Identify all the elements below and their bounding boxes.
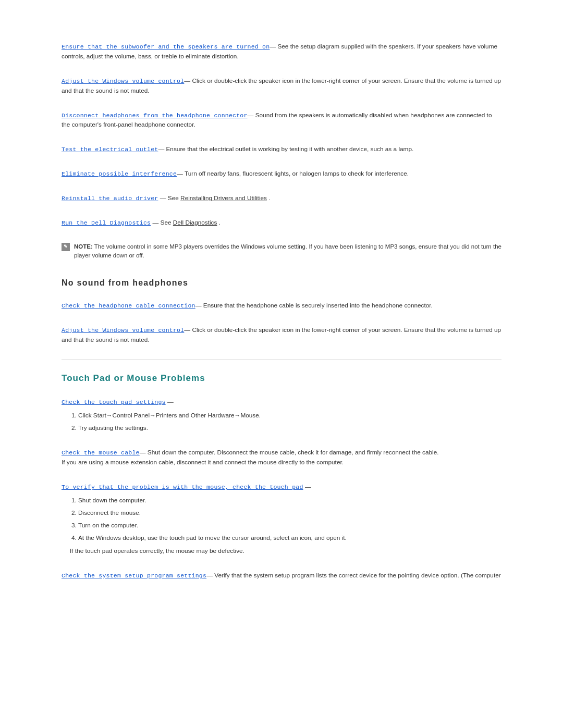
section-divider [62, 360, 501, 360]
link-reinstalling-drivers[interactable]: Reinstalling Drivers and Utilities [180, 194, 267, 202]
link-check-touchpad-settings[interactable]: Check the touch pad settings [62, 399, 166, 405]
entry-text-test-electrical-outlet: — Ensure that the electrical outlet is w… [158, 145, 413, 153]
entry-eliminate-interference: Eliminate possible interference— Turn of… [62, 169, 501, 179]
headphones-section: No sound from headphones Check the headp… [62, 277, 501, 345]
note-mp3-volume: ✎ NOTE: The volume control in some MP3 p… [62, 242, 501, 261]
entry-text-dell-prefix: — See [153, 219, 173, 226]
verify-list-item-1: Shut down the computer. [78, 495, 501, 505]
entry-text-mouse-cable-extra: If you are using a mouse extension cable… [62, 459, 344, 466]
list-item-1: Click Start→Control Panel→Printers and O… [78, 410, 501, 421]
entry-check-touchpad-settings: Check the touch pad settings — Click Sta… [62, 397, 501, 433]
entry-check-mouse-cable: Check the mouse cable— Shut down the com… [62, 448, 501, 467]
link-disconnect-headphones[interactable]: Disconnect headphones from the headphone… [62, 112, 248, 119]
touchpad-section-heading: Touch Pad or Mouse Problems [62, 372, 501, 385]
note-label: NOTE: [74, 243, 93, 250]
link-reinstall-audio-driver[interactable]: Reinstall the audio driver [62, 195, 158, 202]
entry-text-eliminate-interference: — Turn off nearby fans, fluorescent ligh… [177, 170, 409, 177]
touchpad-section: Touch Pad or Mouse Problems Check the to… [62, 372, 501, 581]
link-adjust-windows-volume[interactable]: Adjust the Windows volume control [62, 78, 184, 84]
entry-text-touchpad-settings: — [167, 398, 174, 405]
verify-mouse-list: Shut down the computer. Disconnect the m… [78, 495, 501, 543]
link-run-dell-diagnostics[interactable]: Run the Dell Diagnostics [62, 219, 151, 226]
speaker-section: Ensure that the subwoofer and the speake… [62, 42, 501, 260]
entry-text-reinstall-prefix: — See [160, 194, 180, 202]
entry-text-check-mouse-cable: — Shut down the computer. Disconnect the… [140, 449, 439, 456]
entry-check-headphone-cable: Check the headphone cable connection— En… [62, 301, 501, 311]
link-adjust-windows-volume-hp[interactable]: Adjust the Windows volume control [62, 327, 184, 334]
link-verify-problem-mouse[interactable]: To verify that the problem is with the m… [62, 484, 303, 490]
link-eliminate-interference[interactable]: Eliminate possible interference [62, 170, 177, 177]
verify-list-item-3: Turn on the computer. [78, 520, 501, 530]
headphones-section-heading: No sound from headphones [62, 277, 501, 289]
link-test-electrical-outlet[interactable]: Test the electrical outlet [62, 146, 158, 153]
link-check-mouse-cable[interactable]: Check the mouse cable [62, 449, 140, 456]
entry-reinstall-audio-driver: Reinstall the audio driver — See Reinsta… [62, 193, 501, 203]
list-item-2: Try adjusting the settings. [78, 423, 501, 433]
link-check-system-setup[interactable]: Check the system setup program settings [62, 572, 206, 579]
entry-disconnect-headphones: Disconnect headphones from the headphone… [62, 110, 501, 130]
link-dell-diagnostics[interactable]: Dell Diagnostics [173, 219, 217, 226]
entry-text-dell-suffix: . [219, 219, 221, 226]
entry-verify-problem-mouse: To verify that the problem is with the m… [62, 482, 501, 556]
entry-check-system-setup: Check the system setup program settings—… [62, 571, 501, 581]
entry-text-check-system-setup: — Verify that the system setup program l… [206, 572, 501, 579]
entry-text-verify-prefix: — [305, 483, 311, 490]
touchpad-settings-list: Click Start→Control Panel→Printers and O… [78, 410, 501, 433]
entry-adjust-windows-volume: Adjust the Windows volume control— Click… [62, 76, 501, 96]
note-body: The volume control in some MP3 players o… [74, 243, 501, 258]
entry-ensure-subwoofer: Ensure that the subwoofer and the speake… [62, 42, 501, 61]
entry-adjust-windows-volume-hp: Adjust the Windows volume control— Click… [62, 325, 501, 345]
entry-run-dell-diagnostics: Run the Dell Diagnostics — See Dell Diag… [62, 218, 501, 228]
entry-text-reinstall-suffix: . [268, 194, 270, 202]
note-content: NOTE: The volume control in some MP3 pla… [74, 242, 501, 261]
note-icon: ✎ [62, 243, 70, 251]
verify-list-item-2: Disconnect the mouse. [78, 508, 501, 518]
verify-sub-note: If the touch pad operates correctly, the… [70, 546, 501, 556]
link-check-headphone-cable[interactable]: Check the headphone cable connection [62, 302, 195, 309]
verify-list-item-4: At the Windows desktop, use the touch pa… [78, 533, 501, 543]
entry-text-check-headphone-cable: — Ensure that the headphone cable is sec… [195, 302, 433, 309]
link-ensure-subwoofer[interactable]: Ensure that the subwoofer and the speake… [62, 43, 270, 50]
entry-test-electrical-outlet: Test the electrical outlet— Ensure that … [62, 144, 501, 154]
